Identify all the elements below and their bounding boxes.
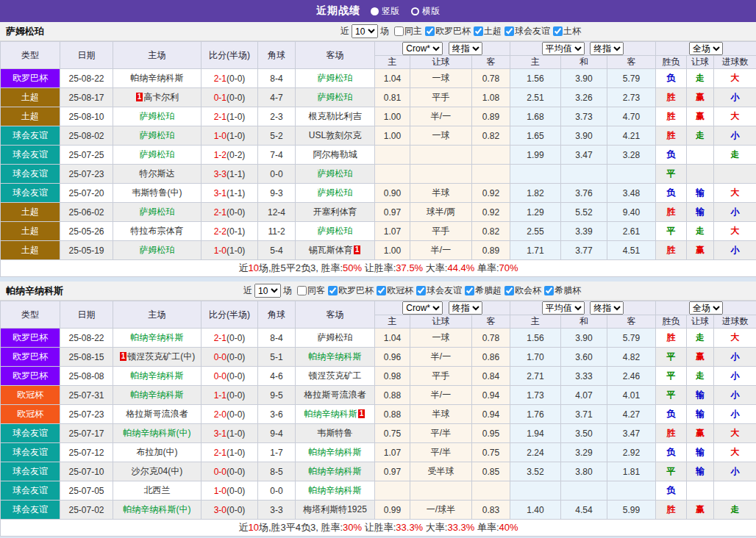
league-checkbox[interactable] (465, 286, 474, 295)
home-team-cell: 北西兰 (113, 481, 202, 501)
near-label: 近 (243, 284, 252, 297)
fulltime-score: 1-2 (214, 150, 227, 160)
final-odds-select-2[interactable]: 终指 (590, 301, 624, 315)
league-checkbox[interactable] (504, 286, 514, 295)
league-filter[interactable]: 欧会杯 (502, 284, 541, 297)
radio-selected-icon[interactable] (371, 7, 379, 15)
col-header-corner: 角球 (258, 301, 296, 329)
league-filter-group: 欧罗巴杯欧冠杯球会友谊希腊超欧会杯希腊杯 (325, 284, 581, 297)
goals-result-cell: 大 (714, 222, 756, 241)
league-filter[interactable]: 球会友谊 (502, 25, 550, 37)
team-label: 帕纳辛纳科斯 (304, 409, 357, 419)
final-odds-select[interactable]: 终指 (449, 42, 482, 55)
halftime-score: (0-0) (227, 505, 245, 515)
fulltime-score: 2-1 (214, 112, 227, 122)
league-checkbox[interactable] (474, 26, 483, 36)
league-checkbox[interactable] (544, 286, 554, 295)
odds-source-select[interactable]: Crow* (402, 301, 443, 315)
league-checkbox[interactable] (504, 26, 514, 36)
league-checkbox[interactable] (328, 286, 338, 295)
league-checkbox[interactable] (425, 26, 435, 36)
match-row: 欧冠杯25-07-23格拉斯哥流浪者2-0(0-0)3-6帕纳辛纳科斯10.88… (1, 405, 756, 424)
league-filter[interactable]: 希腊超 (462, 284, 502, 297)
radio-horizontal-layout[interactable]: 横版 (411, 5, 440, 18)
summary-text: 大率: (423, 522, 447, 533)
radio-unselected-icon[interactable] (411, 7, 419, 15)
recent-count-select[interactable]: 10 (352, 24, 378, 38)
fulltime-select[interactable]: 全场 (689, 42, 723, 55)
score-cell: 1-0(1-0) (202, 126, 258, 146)
avg-home-cell: 2.51 (510, 88, 561, 107)
league-filter[interactable]: 土超 (471, 25, 502, 37)
league-checkbox[interactable] (377, 286, 386, 295)
avg-away-cell: 5.99 (607, 501, 656, 520)
fulltime-select[interactable]: 全场 (689, 301, 723, 315)
col-header-home: 主场 (113, 42, 202, 69)
odds-home-cell: 1.00 (375, 241, 410, 260)
sub-header-handicap: 让球 (410, 315, 472, 329)
sub-header-home-odds: 主 (375, 56, 410, 69)
league-filter[interactable]: 球会友谊 (413, 284, 462, 297)
radio-vertical-layout[interactable]: 竖版 (371, 5, 399, 18)
date-cell: 25-07-17 (60, 424, 113, 443)
sub-header-avg-draw: 和 (561, 56, 607, 69)
layout-radio-group: 竖版 横版 (371, 5, 440, 18)
score-cell: 0-1(0-0) (202, 88, 258, 107)
summary-text: 大率: (423, 262, 447, 273)
fulltime-score: 3-0 (214, 505, 227, 515)
avg-away-cell: 1.81 (607, 462, 656, 481)
average-select[interactable]: 平均值 (542, 301, 585, 315)
same-venue-label: 同客 (307, 284, 325, 297)
team-label: 萨姆松珀 (140, 130, 175, 140)
score-cell: 2-1(0-0) (202, 329, 258, 348)
recent-count-select[interactable]: 10 (254, 284, 281, 298)
away-team-cell: 帕纳辛纳科斯 (296, 462, 375, 481)
league-checkbox[interactable] (553, 26, 563, 36)
avg-draw-cell: 3.73 (561, 107, 607, 126)
score-cell: 1-2(0-2) (202, 146, 258, 165)
final-odds-select[interactable]: 终指 (449, 301, 482, 315)
match-type-cell: 球会友谊 (1, 146, 60, 165)
odds-home-cell (375, 146, 410, 165)
red-card-badge: 1 (136, 93, 143, 101)
odds-handicap-cell: 平手 (410, 88, 472, 107)
odds-source-select[interactable]: Crow* (402, 42, 443, 55)
halftime-score: (0-1) (227, 226, 245, 237)
odds-home-cell: 0.90 (375, 184, 410, 203)
league-filter[interactable]: 欧罗巴杯 (422, 25, 471, 37)
average-select[interactable]: 平均值 (542, 42, 585, 55)
same-venue-checkbox[interactable] (394, 26, 404, 36)
summary-stat-value: 50% (343, 262, 362, 273)
league-checkbox[interactable] (416, 286, 426, 295)
score-cell: 0-0(0-0) (202, 367, 258, 386)
team-label: 格拉斯哥流浪者 (126, 409, 188, 419)
league-filter[interactable]: 希腊杯 (541, 284, 581, 297)
odds-home-cell (375, 481, 410, 501)
league-filter[interactable]: 欧罗巴杯 (325, 284, 374, 297)
winloss-result-cell: 平 (656, 222, 687, 241)
avg-draw-cell (561, 481, 607, 501)
away-team-cell: 韦斯特鲁 (296, 424, 375, 443)
near-label: 近 (340, 25, 349, 37)
avg-home-cell: 1.56 (510, 69, 561, 88)
odds-away-cell (472, 165, 510, 184)
goals-result-cell: 走 (714, 501, 756, 520)
date-cell: 25-08-10 (60, 107, 113, 126)
avg-away-cell: 3.48 (607, 184, 656, 203)
halftime-score: (1-1) (227, 188, 245, 198)
date-cell: 25-08-02 (60, 126, 113, 146)
halftime-score: (1-1) (227, 169, 245, 179)
odds-handicap-cell: 一/球半 (410, 501, 472, 520)
league-filter[interactable]: 欧冠杯 (374, 284, 413, 297)
team-label: 沙尔克04(中) (132, 466, 182, 476)
same-venue-checkbox[interactable] (297, 286, 307, 295)
team-label: 根克勒比利吉 (309, 111, 362, 121)
summary-stat-value: 40% (499, 522, 518, 533)
match-row: 球会友谊25-07-25萨姆松珀1-2(0-2)7-4阿尔梅勒城1.993.47… (1, 146, 756, 165)
league-filter[interactable]: 土杯 (550, 25, 581, 37)
match-type-cell: 球会友谊 (1, 424, 60, 443)
avg-draw-cell: 3.71 (561, 405, 607, 424)
summary-text: 场,胜3平4负3, 胜率: (259, 522, 343, 533)
odds-away-cell: 0.82 (472, 222, 510, 241)
final-odds-select-2[interactable]: 终指 (590, 42, 624, 55)
